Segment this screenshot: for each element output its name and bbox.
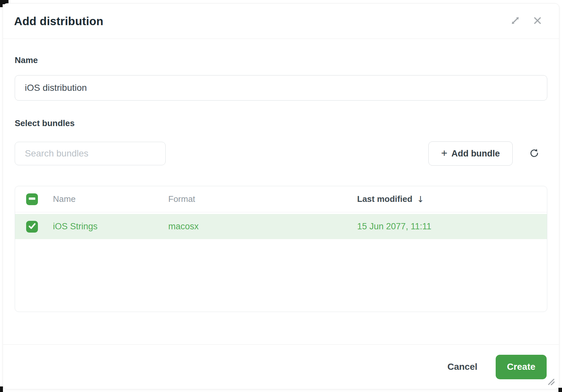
row-checkbox-cell	[26, 221, 53, 233]
expand-icon	[509, 14, 521, 28]
refresh-button[interactable]	[528, 147, 541, 160]
name-field-label: Name	[15, 55, 547, 65]
bundle-toolbar: + Add bundle	[15, 141, 547, 166]
refresh-icon	[529, 148, 540, 160]
add-bundle-button-label: Add bundle	[451, 149, 500, 159]
distribution-name-input[interactable]	[15, 75, 547, 101]
select-bundles-label: Select bundles	[15, 118, 547, 128]
row-last-modified: 15 Jun 2077, 11:11	[357, 221, 547, 232]
dialog-body: Name Select bundles + Add bundle	[3, 39, 559, 344]
bundles-table: Name Format Last modified ↓	[15, 186, 547, 312]
minus-icon	[26, 193, 38, 205]
close-button[interactable]	[531, 15, 544, 28]
close-icon	[532, 15, 543, 27]
column-header-last-modified[interactable]: Last modified ↓	[357, 194, 547, 204]
expand-button[interactable]	[509, 15, 522, 28]
cancel-button[interactable]: Cancel	[444, 362, 481, 372]
row-name: iOS Strings	[53, 221, 168, 232]
dialog-footer: Cancel Create	[3, 344, 559, 389]
background-page-corner	[0, 0, 3, 7]
plus-icon: +	[441, 148, 447, 158]
sort-descending-icon: ↓	[417, 194, 424, 204]
dialog-header: Add distribution	[3, 4, 559, 39]
row-checkbox-checked[interactable]	[26, 221, 38, 233]
column-header-last-modified-label: Last modified	[357, 194, 412, 204]
add-distribution-dialog: Add distribution N	[3, 3, 559, 389]
check-icon	[26, 220, 38, 233]
column-header-name: Name	[53, 194, 168, 204]
row-format: macosx	[168, 221, 357, 232]
column-header-format: Format	[168, 194, 357, 204]
create-button[interactable]: Create	[496, 355, 547, 379]
dialog-title: Add distribution	[14, 15, 103, 28]
add-bundle-button[interactable]: + Add bundle	[428, 141, 513, 166]
resize-handle[interactable]	[547, 377, 555, 386]
select-all-cell	[26, 193, 53, 205]
header-actions	[509, 15, 544, 28]
select-all-checkbox-indeterminate[interactable]	[26, 193, 38, 205]
background-page-corner	[0, 386, 3, 392]
table-header-row: Name Format Last modified ↓	[15, 186, 547, 212]
table-row[interactable]: iOS Strings macosx 15 Jun 2077, 11:11	[15, 214, 547, 239]
search-bundles-input[interactable]	[15, 142, 166, 165]
